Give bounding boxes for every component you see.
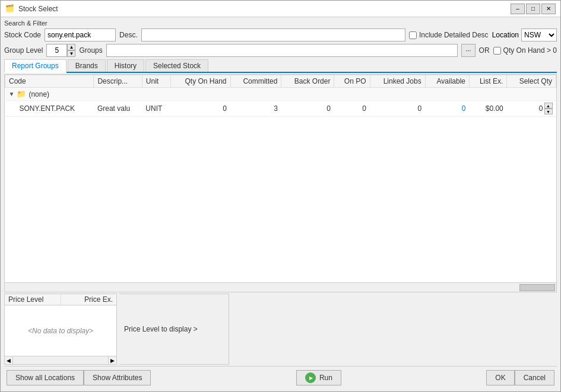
item-back-order: 0 [281, 101, 334, 117]
include-detailed-desc-label: Include Detailed Desc [409, 31, 489, 39]
qty-on-hand-checkbox[interactable] [493, 47, 501, 55]
select-qty-up-btn[interactable]: ▲ [544, 103, 553, 109]
location-label: Location [492, 31, 519, 39]
col-header-committed: Committed [230, 75, 281, 88]
show-all-locations-button[interactable]: Show all Locations [7, 370, 84, 385]
select-qty-spinner: ▲ ▼ [544, 103, 553, 114]
table-row[interactable]: ▼ 📁 (none) [5, 88, 556, 101]
stock-code-input[interactable] [45, 28, 116, 42]
tab-brands[interactable]: Brands [68, 59, 106, 72]
price-scroll-left-btn[interactable]: ◀ [5, 356, 13, 365]
table-header-row: Code Descrip... Unit Qty On Hand Committ… [5, 75, 556, 88]
item-linked-jobs: 0 [370, 101, 425, 117]
cancel-button[interactable]: Cancel [515, 370, 554, 385]
item-list-ex: $0.00 [470, 101, 507, 117]
minimize-button[interactable]: – [511, 4, 525, 14]
stock-table: Code Descrip... Unit Qty On Hand Committ… [5, 75, 556, 117]
location-section: Location NSW VIC QLD WA SA [492, 28, 557, 42]
search-filter-label: Search & Filter [4, 20, 557, 27]
close-button[interactable]: ✕ [541, 4, 556, 14]
group-level-input[interactable] [46, 44, 67, 57]
window-controls: – □ ✕ [511, 4, 556, 14]
item-on-po: 0 [334, 101, 370, 117]
price-level-label: Price Level to display > [119, 294, 229, 365]
col-header-linked-jobs: Linked Jobs [370, 75, 425, 88]
or-label: OR [479, 46, 490, 55]
table-scrollbar[interactable] [4, 283, 557, 292]
col-header-list-ex: List Ex. [470, 75, 507, 88]
item-select-qty: 0 ▲ ▼ [507, 101, 556, 117]
group-level-label: Group Level [4, 46, 43, 55]
col-header-on-po: On PO [334, 75, 370, 88]
group-cell: ▼ 📁 (none) [5, 88, 556, 101]
col-header-qty-on-hand: Qty On Hand [171, 75, 230, 88]
dots-button[interactable]: ··· [461, 44, 475, 57]
select-qty-down-btn[interactable]: ▼ [544, 109, 553, 114]
main-window: 🗂️ Stock Select – □ ✕ Search & Filter St… [0, 0, 561, 392]
window-icon: 🗂️ [5, 4, 15, 14]
run-button[interactable]: Run [296, 370, 341, 385]
desc-input[interactable] [141, 28, 405, 42]
tab-selected-stock[interactable]: Selected Stock [145, 59, 208, 72]
show-attributes-button[interactable]: Show Attributes [84, 370, 151, 385]
groups-input[interactable] [106, 44, 458, 57]
col-header-description: Descrip... [94, 75, 142, 88]
groups-label: Groups [79, 46, 102, 55]
group-level-spinner: ▲ ▼ [46, 44, 75, 57]
folder-icon: 📁 [17, 90, 26, 98]
col-header-back-order: Back Order [281, 75, 334, 88]
filter-row-1: Stock Code Desc. Include Detailed Desc L… [4, 28, 557, 42]
group-level-spinner-btns: ▲ ▼ [67, 44, 75, 57]
group-level-up-btn[interactable]: ▲ [67, 44, 75, 50]
price-table-header: Price Level Price Ex. [5, 294, 116, 305]
select-qty-value: 0 [539, 104, 543, 113]
price-level-col-header: Price Level [5, 294, 61, 305]
include-detailed-desc-checkbox[interactable] [409, 31, 417, 39]
tabs-bar: Report Groups Brands History Selected St… [4, 59, 557, 73]
col-header-select-qty: Select Qty [507, 75, 556, 88]
group-level-down-btn[interactable]: ▼ [67, 50, 75, 57]
title-bar: 🗂️ Stock Select – □ ✕ [1, 1, 560, 17]
stock-table-container[interactable]: Code Descrip... Unit Qty On Hand Committ… [4, 74, 557, 283]
button-bar: Show all Locations Show Attributes Run O… [4, 366, 557, 389]
item-committed: 3 [230, 101, 281, 117]
qty-on-hand-label: Qty On Hand > 0 [493, 46, 557, 55]
price-ex-col-header: Price Ex. [61, 294, 117, 305]
tab-history[interactable]: History [107, 59, 144, 72]
group-name: (none) [28, 90, 49, 98]
price-scroll-right-btn[interactable]: ▶ [108, 356, 116, 365]
window-title: Stock Select [18, 5, 511, 13]
item-description: Great valu [94, 101, 142, 117]
col-header-code: Code [5, 75, 94, 88]
price-scroll[interactable]: ◀ ▶ [5, 356, 116, 364]
tab-report-groups[interactable]: Report Groups [4, 59, 66, 73]
item-qty-on-hand: 0 [171, 101, 230, 117]
item-code: SONY.ENT.PACK [5, 101, 94, 117]
stock-code-label: Stock Code [4, 31, 41, 39]
main-area: Code Descrip... Unit Qty On Hand Committ… [4, 74, 557, 292]
col-header-available: Available [425, 75, 469, 88]
content-area: Search & Filter Stock Code Desc. Include… [1, 17, 560, 391]
item-available: 0 [425, 101, 469, 117]
desc-label: Desc. [119, 31, 138, 39]
bottom-panel: Price Level Price Ex. <No data to displa… [4, 294, 557, 365]
run-icon [305, 372, 316, 383]
filter-row-2: Group Level ▲ ▼ Groups ··· OR Qty On Han… [4, 44, 557, 57]
price-no-data: <No data to display> [5, 305, 116, 356]
table-row[interactable]: SONY.ENT.PACK Great valu UNIT 0 3 0 0 0 … [5, 101, 556, 117]
ok-button[interactable]: OK [486, 370, 514, 385]
location-select[interactable]: NSW VIC QLD WA SA [521, 28, 557, 42]
item-unit: UNIT [142, 101, 170, 117]
expand-icon: ▼ [9, 91, 15, 97]
scrollbar-thumb[interactable] [519, 284, 555, 291]
price-table: Price Level Price Ex. <No data to displa… [4, 294, 117, 365]
maximize-button[interactable]: □ [526, 4, 540, 14]
col-header-unit: Unit [142, 75, 170, 88]
